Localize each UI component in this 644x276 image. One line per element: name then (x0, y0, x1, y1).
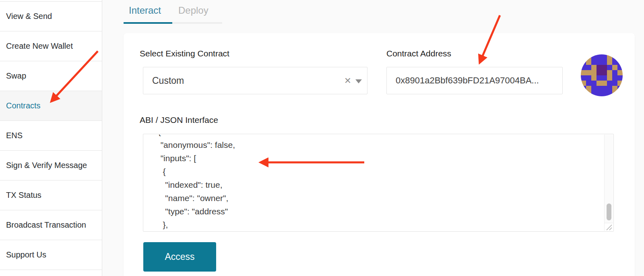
select-existing-contract-label: Select Existing Contract (140, 49, 229, 58)
abi-text-viewport: { "anonymous": false, "inputs": [ { "ind… (144, 135, 604, 231)
chevron-down-icon[interactable] (355, 79, 362, 83)
abi-json-interface-label: ABI / JSON Interface (140, 115, 218, 125)
abi-scrollbar-thumb[interactable] (607, 203, 611, 220)
sidebar-item-create-new-wallet[interactable]: Create New Wallet (0, 31, 102, 61)
sidebar-item-sign-verify-message[interactable]: Sign & Verify Message (0, 151, 102, 181)
sidebar-item-label: Sign & Verify Message (6, 161, 87, 170)
sidebar-item-tx-status[interactable]: TX Status (0, 181, 102, 210)
abi-json-textarea[interactable]: { "anonymous": false, "inputs": [ { "ind… (143, 134, 614, 232)
sidebar-item-label: Broadcast Transaction (6, 220, 86, 230)
sidebar-item-label: View & Send (6, 12, 52, 21)
sidebar-item-support-us[interactable]: Support Us (0, 240, 102, 270)
sidebar-item-view-send[interactable]: View & Send (0, 2, 102, 31)
address-identicon (581, 54, 623, 96)
contract-address-label: Contract Address (386, 49, 451, 58)
sidebar-item-label: Create New Wallet (6, 42, 73, 51)
abi-scrollbar-track[interactable] (604, 135, 613, 223)
access-button[interactable]: Access (143, 242, 216, 272)
sidebar-item-label: Contracts (6, 101, 41, 110)
resize-grip-icon[interactable] (604, 223, 613, 231)
sidebar-item-label: Support Us (6, 250, 46, 259)
sidebar: View & Send Create New Wallet Swap Contr… (0, 0, 102, 276)
tab-interact[interactable]: Interact (129, 5, 161, 16)
contract-interact-card: Select Existing Contract Custom × Contra… (124, 33, 635, 276)
page: View & Send Create New Wallet Swap Contr… (0, 0, 644, 276)
abi-text-content: { "anonymous": false, "inputs": [ { "ind… (144, 135, 604, 231)
tab-inactive-indicator (172, 22, 222, 24)
tab-active-indicator (124, 22, 172, 24)
contract-address-input[interactable] (386, 67, 563, 94)
sidebar-item-swap[interactable]: Swap (0, 61, 102, 91)
sidebar-item-label: ENS (6, 131, 23, 140)
sidebar-item-broadcast-transaction[interactable]: Broadcast Transaction (0, 210, 102, 240)
sidebar-list: View & Send Create New Wallet Swap Contr… (0, 1, 102, 270)
sidebar-item-label: Swap (6, 71, 26, 81)
sidebar-item-ens[interactable]: ENS (0, 121, 102, 151)
dropdown-selected-value: Custom (152, 67, 184, 94)
select-existing-contract-dropdown[interactable]: Custom × (143, 67, 367, 94)
sidebar-item-contracts[interactable]: Contracts (0, 91, 102, 121)
tab-deploy[interactable]: Deploy (178, 5, 208, 16)
sidebar-item-label: TX Status (6, 191, 41, 200)
clear-selection-icon[interactable]: × (345, 67, 351, 94)
